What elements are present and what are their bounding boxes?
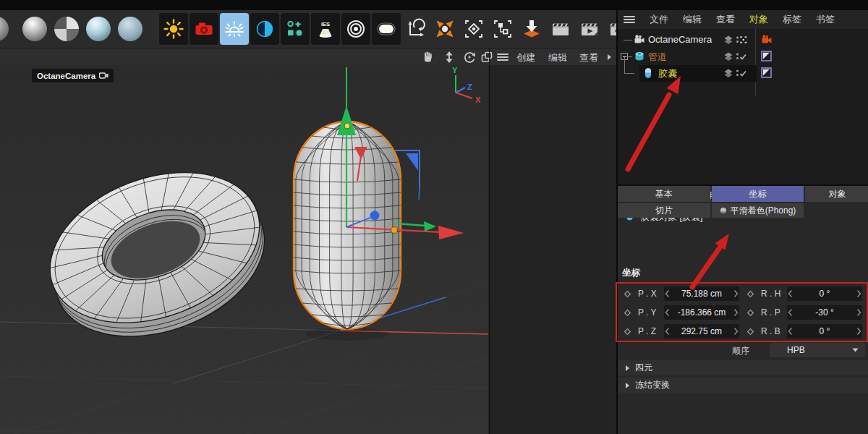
octane-camera-icon[interactable] (190, 13, 218, 45)
rh-label: R . H (761, 289, 780, 299)
phong-tag-icon[interactable] (761, 51, 772, 61)
increment-icon[interactable] (856, 289, 862, 298)
axis-x-label: X (475, 95, 481, 104)
octane-camera-tag-icon[interactable] (761, 34, 773, 46)
decrement-icon[interactable] (664, 289, 671, 298)
import-icon[interactable] (517, 13, 546, 45)
om-menu-file[interactable]: 文件 (650, 13, 668, 26)
target-light-icon[interactable] (341, 13, 370, 45)
material-manager-menu-icon[interactable] (495, 51, 511, 64)
key-diamond-icon[interactable] (746, 309, 754, 317)
decrement-icon[interactable] (787, 327, 793, 336)
contrast-texture-icon[interactable] (250, 13, 279, 45)
ies-light-icon[interactable]: IES (311, 13, 340, 45)
object-label[interactable]: 管道 (648, 51, 667, 64)
tree-row-capsule[interactable]: 胶囊 (618, 65, 868, 82)
area-light-icon[interactable] (372, 13, 401, 45)
decrement-icon[interactable] (787, 289, 793, 298)
maximize-view-icon[interactable] (479, 51, 495, 64)
om-menu-edit[interactable]: 编辑 (683, 13, 702, 26)
increment-icon[interactable] (733, 308, 739, 317)
focus-object-icon[interactable] (459, 13, 488, 45)
material-sphere-glass-icon[interactable] (82, 13, 114, 45)
menu-edit[interactable]: 编辑 (548, 51, 567, 64)
layers-icon[interactable] (723, 51, 733, 61)
camera-glyph-icon (99, 72, 109, 80)
rp-field[interactable]: -30 ° (787, 305, 862, 320)
rh-field[interactable]: 0 ° (787, 286, 862, 301)
tab-slice[interactable]: 切片 (618, 203, 710, 218)
pz-label: P . Z (638, 326, 656, 336)
tree-row-tube[interactable]: 管道 (618, 48, 868, 65)
object-label[interactable]: OctaneCamera (648, 34, 712, 45)
hand-pan-icon[interactable] (420, 51, 435, 64)
viewport-canvas[interactable]: Y Z X (0, 65, 488, 434)
key-diamond-icon[interactable] (624, 290, 631, 298)
tab-phong[interactable]: 平滑着色(Phong) (712, 203, 804, 218)
object-manager-tree: OctaneCamera 管道 胶囊 (618, 29, 868, 184)
render-view-icon[interactable] (546, 13, 575, 45)
fit-view-icon[interactable] (430, 13, 459, 45)
pz-field[interactable]: 292.75 cm (664, 324, 739, 339)
px-field[interactable]: 75.188 cm (664, 286, 739, 301)
object-label[interactable]: 胶囊 (658, 67, 677, 80)
menu-create[interactable]: 创建 (516, 51, 535, 64)
gizmo-top-handle[interactable] (344, 123, 350, 129)
material-sphere-cut-icon[interactable] (0, 13, 10, 45)
key-diamond-icon[interactable] (624, 309, 631, 317)
om-menu-bookmarks[interactable]: 书签 (816, 13, 835, 26)
material-sphere-glossy-icon[interactable] (19, 13, 51, 45)
transform-axes-icon[interactable] (401, 13, 430, 45)
section-freeze-transform[interactable]: 冻结变换 (618, 378, 868, 393)
decrement-icon[interactable] (664, 308, 671, 317)
menu-view[interactable]: 查看 (579, 51, 598, 64)
key-diamond-icon[interactable] (746, 328, 754, 336)
decrement-icon[interactable] (787, 308, 793, 317)
phong-shading-icon (720, 207, 727, 214)
tree-row-octanecamera[interactable]: OctaneCamera (618, 32, 868, 48)
material-sphere-checker-icon[interactable] (51, 13, 82, 45)
increment-icon[interactable] (856, 327, 862, 336)
dolly-zoom-icon[interactable] (441, 51, 457, 64)
components-icon[interactable] (281, 13, 310, 45)
scatter-icon[interactable] (488, 13, 517, 45)
om-menu-tags[interactable]: 标签 (783, 13, 801, 26)
viewport-header: 创建 编辑 查看 (0, 48, 616, 67)
key-diamond-icon[interactable] (746, 290, 754, 298)
order-dropdown[interactable]: HPB (770, 343, 865, 357)
py-label: P . Y (638, 307, 657, 318)
material-manager-panel[interactable] (489, 65, 617, 434)
tab-object[interactable]: 对象 (805, 186, 868, 202)
gizmo-x-handle[interactable] (391, 227, 398, 234)
visibility-dots-check-icon[interactable] (736, 68, 747, 78)
px-label: P . X (638, 289, 657, 299)
orbit-icon[interactable] (461, 51, 477, 64)
py-field[interactable]: -186.366 cm (664, 305, 739, 320)
rb-field[interactable]: 0 ° (787, 324, 862, 339)
increment-icon[interactable] (856, 308, 862, 317)
section-coordinates-label[interactable]: 坐标 (622, 267, 640, 279)
key-diamond-icon[interactable] (624, 328, 631, 336)
viewport-camera-label[interactable]: OctaneCamera (32, 69, 114, 82)
daylight-icon[interactable] (159, 13, 188, 45)
tab-basic[interactable]: 基本 (618, 186, 710, 202)
gizmo-z-handle[interactable] (370, 211, 380, 221)
layers-icon[interactable] (723, 68, 733, 78)
increment-icon[interactable] (733, 327, 739, 336)
section-quaternion[interactable]: 四元 (618, 360, 868, 375)
material-sphere-matte-icon[interactable] (114, 13, 146, 45)
visibility-dots-check-icon[interactable] (736, 51, 747, 61)
render-animation-icon[interactable] (575, 13, 604, 45)
menu-overflow-icon[interactable] (608, 54, 611, 60)
phong-tag-icon[interactable] (761, 67, 772, 78)
sun-sky-icon[interactable] (220, 13, 249, 45)
expand-arrow-icon (626, 383, 629, 388)
om-menu-object[interactable]: 对象 (749, 13, 768, 26)
tab-coordinates[interactable]: 坐标 (712, 186, 804, 202)
layers-icon[interactable] (723, 35, 733, 45)
visibility-dots-focus-icon[interactable] (736, 35, 747, 45)
increment-icon[interactable] (733, 289, 739, 298)
object-manager-menu-icon[interactable] (624, 14, 635, 25)
decrement-icon[interactable] (664, 327, 671, 336)
om-menu-view[interactable]: 查看 (716, 13, 735, 26)
